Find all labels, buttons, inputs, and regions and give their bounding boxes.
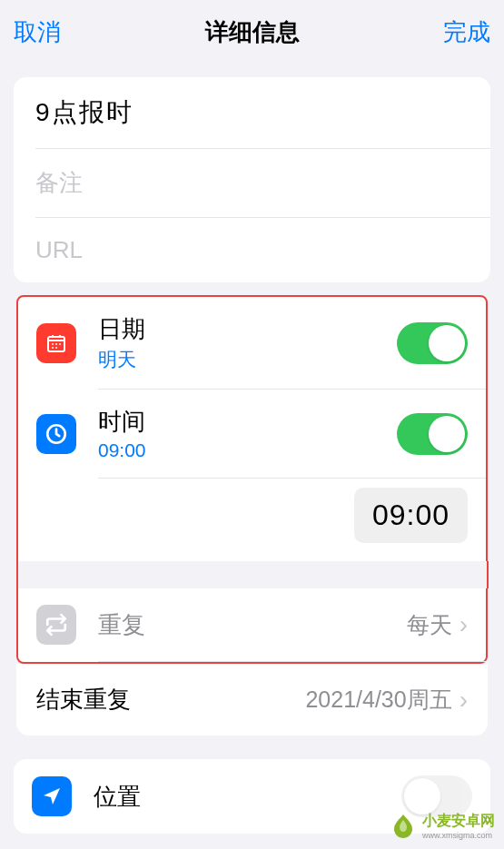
svg-point-6 [59,343,61,345]
url-input[interactable]: URL [35,236,469,264]
date-row[interactable]: 日期 明天 [18,297,486,389]
clock-icon [36,414,76,454]
watermark-icon [390,813,417,840]
watermark-title: 小麦安卓网 [422,812,495,831]
section-gap [16,561,489,588]
chevron-right-icon: › [460,686,468,715]
repeat-row[interactable]: 重复 每天 › [18,588,486,661]
time-value[interactable]: 09:00 [98,439,397,461]
svg-point-8 [55,347,57,349]
title-input[interactable]: 9点报时 [35,95,469,130]
location-icon [32,776,72,816]
date-label: 日期 [98,313,397,345]
watermark-url: www.xmsigma.com [422,831,495,840]
repeat-icon [36,605,76,645]
done-button[interactable]: 完成 [443,16,490,48]
end-repeat-label: 结束重复 [36,684,305,716]
time-picker-display[interactable]: 09:00 [354,488,468,543]
svg-point-4 [52,343,54,345]
notes-input[interactable]: 备注 [35,167,469,199]
time-row[interactable]: 时间 09:00 [18,390,486,478]
time-toggle[interactable] [397,413,468,455]
time-label: 时间 [98,406,397,438]
page-title: 详细信息 [205,16,300,48]
location-label: 位置 [94,781,401,813]
repeat-value: 每天 [407,610,452,640]
svg-point-7 [52,347,54,349]
end-repeat-row[interactable]: 结束重复 2021/4/30周五 › [16,664,488,735]
repeat-label: 重复 [98,609,407,641]
datetime-highlight: 日期 明天 时间 09:00 09:00 重复 每天 › [16,295,488,664]
svg-point-5 [55,343,57,345]
divider [98,661,486,662]
cancel-button[interactable]: 取消 [14,16,61,48]
end-repeat-value: 2021/4/30周五 [305,685,451,715]
input-card: 9点报时 备注 URL [14,77,490,282]
date-toggle[interactable] [397,322,468,364]
chevron-right-icon: › [460,610,468,639]
date-value[interactable]: 明天 [98,347,397,372]
watermark: 小麦安卓网 www.xmsigma.com [390,812,495,840]
calendar-icon [36,323,76,363]
